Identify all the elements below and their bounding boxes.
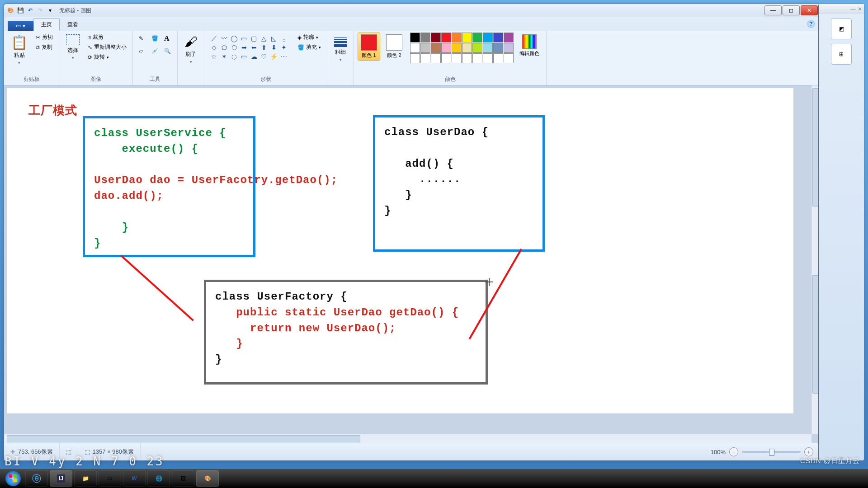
shape-6star[interactable]: ✶ <box>219 52 229 61</box>
side-tool-2[interactable]: ⊞ <box>831 44 852 65</box>
shape-more[interactable]: ⋯ <box>279 52 288 61</box>
color-swatch[interactable] <box>441 53 451 63</box>
taskbar-paint[interactable]: 🎨 <box>196 470 219 487</box>
color-swatch[interactable] <box>452 43 462 53</box>
shape-arrow-u[interactable]: ⬆ <box>259 43 269 52</box>
color-swatch[interactable] <box>462 33 472 42</box>
file-tab[interactable]: ▭ ▾ <box>8 21 33 31</box>
fill-tool[interactable]: 🪣 <box>149 33 161 44</box>
tab-home[interactable]: 主页 <box>33 18 60 31</box>
picker-tool[interactable]: 💉 <box>149 45 161 57</box>
save-button[interactable]: 💾 <box>16 6 25 15</box>
shape-pentagon[interactable]: ⬠ <box>219 43 229 52</box>
side-tool-1[interactable]: ◩ <box>831 19 852 39</box>
color-swatch[interactable] <box>452 33 462 42</box>
color-swatch[interactable] <box>493 43 503 53</box>
shape-5star[interactable]: ☆ <box>209 52 219 61</box>
taskbar-ide[interactable]: IJ <box>50 470 72 487</box>
color-swatch[interactable] <box>472 43 482 53</box>
shape-arrow-d[interactable]: ⬇ <box>269 43 278 52</box>
shape-triangle[interactable]: △ <box>259 34 269 42</box>
color1-button[interactable]: 颜色 1 <box>358 33 380 61</box>
color-swatch[interactable] <box>431 53 441 63</box>
zoom-out-button[interactable]: − <box>729 447 738 456</box>
shape-callout-round[interactable]: ◌ <box>229 52 239 61</box>
taskbar-app1[interactable]: 📁 <box>74 470 97 487</box>
shape-roundrect[interactable]: ▢ <box>249 34 259 42</box>
edit-colors-button[interactable]: 编辑颜色 <box>516 33 542 59</box>
shape-line[interactable]: ／ <box>209 34 219 42</box>
shape-curve[interactable]: 〰 <box>219 34 229 42</box>
zoom-slider-thumb[interactable] <box>769 449 774 456</box>
taskbar-app2[interactable]: 🖼 <box>172 470 194 487</box>
zoom-slider[interactable] <box>742 451 801 453</box>
shape-4star[interactable]: ✦ <box>279 43 288 52</box>
paste-button[interactable]: 📋 粘贴 ▾ <box>8 33 31 67</box>
maximize-button[interactable]: ◻ <box>783 5 800 15</box>
color-swatch[interactable] <box>472 33 482 42</box>
start-button[interactable] <box>3 470 24 487</box>
shape-oval[interactable]: ◯ <box>229 34 239 42</box>
color2-button[interactable]: 颜色 2 <box>383 33 406 61</box>
panel-min-icon[interactable]: — <box>850 6 856 12</box>
shape-lightning[interactable]: ⚡ <box>269 52 278 61</box>
resize-button[interactable]: ⤡重新调整大小 <box>85 42 129 52</box>
color-swatch[interactable] <box>493 33 503 42</box>
color-swatch[interactable] <box>472 53 482 63</box>
help-button[interactable]: ? <box>807 20 815 28</box>
shape-hexagon[interactable]: ⬡ <box>229 43 239 52</box>
minimize-button[interactable]: — <box>764 5 782 15</box>
text-tool[interactable]: A <box>162 33 174 44</box>
tab-view[interactable]: 查看 <box>60 18 86 31</box>
color-swatch[interactable] <box>483 33 493 42</box>
select-button[interactable]: 选择 ▾ <box>63 33 83 62</box>
color-swatch[interactable] <box>420 53 430 63</box>
color-swatch[interactable] <box>441 33 451 42</box>
color-swatch[interactable] <box>420 43 430 53</box>
scrollbar-thumb[interactable] <box>812 88 819 206</box>
shape-diamond[interactable]: ◇ <box>209 43 219 52</box>
shape-callout-cloud[interactable]: ☁ <box>249 52 259 61</box>
shape-callout-rect[interactable]: ▭ <box>239 52 249 61</box>
zoom-in-button[interactable]: + <box>804 447 813 456</box>
shapes-gallery[interactable]: ／ 〰 ◯ ▭ ▢ △ ◺ ⍚ ◇ ⬠ ⬡ ➡ ⬅ <box>208 33 290 62</box>
color-swatch[interactable] <box>504 53 514 63</box>
brush-button[interactable]: 🖌 刷子 ▾ <box>181 33 200 66</box>
color-swatch[interactable] <box>483 43 493 53</box>
color-swatch[interactable] <box>504 33 514 42</box>
color-swatch[interactable] <box>410 33 420 42</box>
crop-button[interactable]: ⟃裁剪 <box>85 33 129 42</box>
copy-button[interactable]: ⧉复制 <box>33 42 55 52</box>
color-swatch[interactable] <box>462 43 472 53</box>
color-swatch[interactable] <box>441 43 451 53</box>
color-swatch[interactable] <box>410 53 420 63</box>
eraser-tool[interactable]: ▱ <box>137 45 148 57</box>
shape-heart[interactable]: ♡ <box>259 52 269 61</box>
horizontal-scrollbar[interactable] <box>4 434 811 443</box>
canvas[interactable]: 工厂模式 class UserService { execute() { Use… <box>7 88 793 413</box>
color-swatch[interactable] <box>462 53 472 63</box>
shape-rect[interactable]: ▭ <box>239 34 249 42</box>
color-swatch[interactable] <box>483 53 493 63</box>
color-swatch[interactable] <box>431 43 441 53</box>
taskbar-ie[interactable]: ⓔ <box>25 470 48 487</box>
redo-button[interactable]: ↷ <box>36 6 45 15</box>
shape-rtriangle[interactable]: ◺ <box>269 34 278 42</box>
size-button[interactable]: 粗细 ▾ <box>331 33 350 64</box>
color-swatch[interactable] <box>420 33 430 42</box>
outline-button[interactable]: ◈轮廓▾ <box>295 33 323 42</box>
color-swatch[interactable] <box>431 33 441 42</box>
fill-button[interactable]: 🪣填充▾ <box>295 42 323 52</box>
color-swatch[interactable] <box>504 43 514 53</box>
cut-button[interactable]: ✂剪切 <box>33 33 55 42</box>
undo-button[interactable]: ↶ <box>26 6 35 15</box>
rotate-button[interactable]: ⟳旋转▾ <box>85 52 129 62</box>
taskbar-word[interactable]: W <box>123 470 146 487</box>
taskbar-chrome[interactable]: 🌐 <box>147 470 170 487</box>
zoom-tool[interactable]: 🔍 <box>162 45 174 57</box>
panel-close-icon[interactable]: ✕ <box>858 6 862 12</box>
color-swatch[interactable] <box>452 53 462 63</box>
qat-dropdown[interactable]: ▾ <box>46 6 55 15</box>
close-button[interactable]: ✕ <box>801 5 818 15</box>
hscrollbar-thumb[interactable] <box>7 435 360 442</box>
